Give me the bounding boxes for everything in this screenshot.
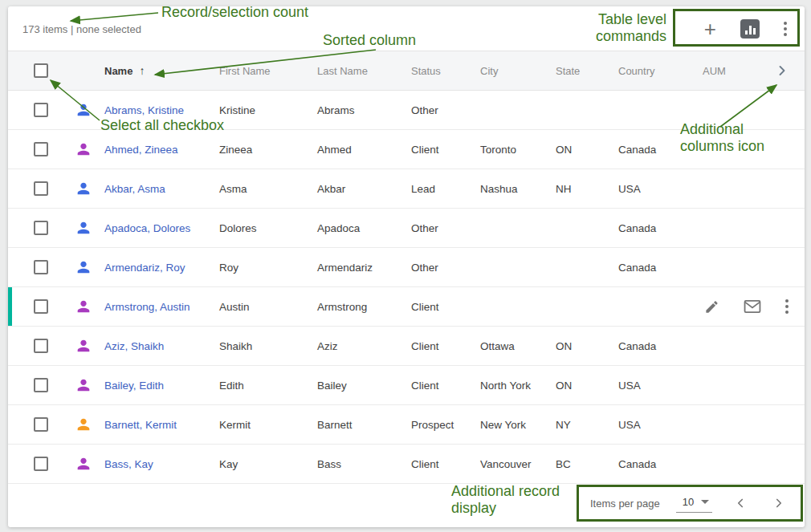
additional-columns-button[interactable] [755, 63, 805, 79]
person-avatar-icon [63, 101, 96, 119]
last-name-cell: Barnett [309, 419, 403, 431]
row-checkbox[interactable] [34, 417, 48, 432]
table-row: Bass, Kay Kay Bass Client Vancouver BC C… [8, 445, 805, 484]
add-record-button[interactable]: + [704, 18, 716, 39]
record-selection-count: 173 items | none selected [22, 22, 141, 35]
status-cell: Client [403, 301, 472, 313]
first-name-cell: Austin [211, 301, 309, 313]
row-checkbox[interactable] [34, 260, 48, 274]
row-checkbox[interactable] [34, 181, 48, 196]
last-name-cell: Akbar [309, 183, 403, 195]
column-header-state[interactable]: State [548, 65, 610, 77]
edit-button[interactable] [704, 299, 719, 315]
person-avatar-icon [63, 219, 96, 237]
first-name-cell: Zineea [211, 144, 309, 156]
column-header-city[interactable]: City [472, 65, 548, 77]
dropdown-caret-icon [701, 500, 709, 504]
person-avatar-icon [63, 298, 96, 315]
person-avatar-icon [63, 416, 96, 433]
contact-name-link[interactable]: Akbar, Asma [96, 183, 211, 195]
contact-name-link[interactable]: Aziz, Shaikh [96, 340, 211, 352]
first-name-cell: Edith [211, 380, 309, 392]
row-checkbox[interactable] [34, 299, 48, 314]
next-page-button[interactable] [772, 496, 786, 510]
state-cell: ON [548, 144, 610, 156]
status-cell: Other [403, 262, 472, 274]
column-header-aum[interactable]: AUM [695, 65, 755, 77]
first-name-cell: Roy [211, 262, 309, 274]
chart-view-button[interactable] [740, 19, 760, 39]
country-cell: Canada [610, 144, 695, 156]
items-per-page-select[interactable]: 10 [676, 494, 712, 513]
status-cell: Lead [403, 183, 472, 195]
country-cell: Canada [610, 458, 695, 470]
sort-ascending-icon: ↑ [139, 64, 145, 77]
contact-name-link[interactable]: Barnett, Kermit [96, 419, 211, 431]
select-all-cell [8, 63, 63, 78]
row-more-menu-button[interactable] [785, 299, 789, 314]
country-cell: USA [610, 183, 695, 195]
table-body: Abrams, Kristine Kristine Abrams Other [8, 91, 805, 484]
email-button[interactable] [744, 299, 761, 314]
table-row: Armstrong, Austin Austin Armstrong Clien… [8, 287, 805, 327]
table-row: Aziz, Shaikh Shaikh Aziz Client Ottawa O… [8, 327, 805, 366]
chevron-left-icon [733, 496, 748, 510]
row-checkbox[interactable] [34, 339, 48, 353]
last-name-cell: Bailey [309, 380, 403, 392]
table-row: Abrams, Kristine Kristine Abrams Other [8, 91, 805, 130]
state-cell: BC [548, 458, 610, 470]
row-checkbox[interactable] [34, 378, 48, 392]
row-checkbox[interactable] [34, 457, 48, 471]
first-name-cell: Shaikh [211, 340, 309, 352]
country-cell: Canada [610, 262, 695, 274]
status-cell: Client [403, 144, 472, 156]
contact-name-link[interactable]: Abrams, Kristine [96, 104, 211, 116]
contact-name-link[interactable]: Bailey, Edith [96, 380, 211, 392]
contacts-table-card: 173 items | none selected + Name ↑ First… [8, 6, 805, 527]
chevron-right-icon [774, 63, 790, 79]
select-all-checkbox[interactable] [34, 63, 48, 78]
table-row: Armendariz, Roy Roy Armendariz Other Can… [8, 248, 805, 287]
column-header-country[interactable]: Country [610, 65, 695, 77]
first-name-cell: Dolores [211, 222, 309, 234]
column-header-name[interactable]: Name ↑ [96, 64, 211, 77]
status-cell: Client [403, 340, 472, 352]
contact-name-link[interactable]: Bass, Kay [96, 458, 211, 470]
city-cell: Toronto [472, 144, 548, 156]
previous-page-button[interactable] [733, 496, 748, 510]
table-more-menu-button[interactable] [784, 22, 787, 36]
table-row: Apadoca, Dolores Dolores Apadoca Other C… [8, 209, 805, 248]
table-header-row: Name ↑ First Name Last Name Status City … [8, 51, 805, 91]
status-cell: Client [403, 458, 472, 470]
column-header-first-name[interactable]: First Name [211, 65, 309, 77]
person-avatar-icon [63, 180, 96, 197]
column-header-last-name[interactable]: Last Name [309, 65, 403, 77]
contact-name-link[interactable]: Armendariz, Roy [96, 262, 211, 274]
state-cell: ON [548, 340, 610, 352]
status-cell: Other [403, 104, 472, 116]
status-cell: Other [403, 222, 472, 234]
bar-chart-icon [745, 30, 748, 35]
first-name-cell: Kay [211, 458, 309, 470]
state-cell: NY [548, 419, 610, 431]
contact-name-link[interactable]: Ahmed, Zineea [96, 144, 211, 156]
status-cell: Prospect [403, 419, 472, 431]
state-cell: ON [548, 380, 610, 392]
table-level-commands: + [704, 6, 787, 51]
state-cell: NH [548, 183, 610, 195]
contact-name-link[interactable]: Apadoca, Dolores [96, 222, 211, 234]
items-per-page-label: Items per page [590, 497, 660, 510]
row-actions [704, 287, 789, 326]
pencil-icon [704, 299, 719, 315]
column-header-status[interactable]: Status [403, 65, 472, 77]
table-row: Bailey, Edith Edith Bailey Client North … [8, 366, 805, 405]
row-checkbox[interactable] [34, 103, 48, 117]
person-avatar-icon [63, 140, 96, 158]
row-checkbox[interactable] [34, 221, 48, 235]
person-avatar-icon [63, 258, 96, 276]
row-checkbox[interactable] [34, 142, 48, 156]
country-cell: USA [610, 419, 695, 431]
contact-name-link[interactable]: Armstrong, Austin [96, 301, 211, 313]
city-cell: Nashua [472, 183, 548, 195]
person-avatar-icon [63, 376, 96, 394]
